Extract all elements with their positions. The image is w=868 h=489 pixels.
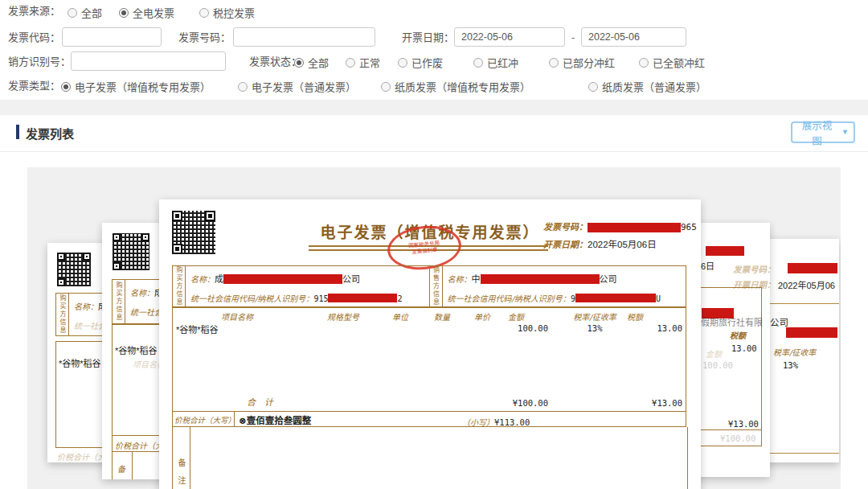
radio-circle-icon[interactable] (346, 58, 355, 68)
taxid-label: 统一社会信用代码/纳税人识别号： (190, 294, 313, 303)
invoice-number-label-ghost: 发票号码： (733, 263, 776, 275)
radio-source-fully-digital[interactable]: 全电发票 (119, 5, 174, 20)
name-label: 名称： (74, 302, 98, 311)
radio-circle-icon[interactable] (68, 8, 77, 18)
name-label: 名称： (190, 275, 215, 284)
radio-label: 电子发票（增值税专用发票） (75, 79, 211, 94)
sum-label-fragment: 价税合计（大 (115, 439, 163, 451)
col-header-tax: 税额 (599, 310, 671, 323)
radio-status-all[interactable]: 全部 (294, 55, 329, 70)
radio-type-e-special[interactable]: 电子发票（增值税专用发票） (61, 79, 211, 94)
sum-row: 价税合计（大写） ⊗壹佰壹拾叁圆整 （小写）¥113.00 (172, 412, 686, 427)
radio-label: 已作废 (411, 55, 443, 70)
remark-label: 备注 (173, 427, 190, 489)
radio-circle-selected-icon[interactable] (61, 82, 71, 92)
redaction-block (706, 246, 744, 256)
total-label: 合 计 (247, 395, 273, 408)
radio-circle-icon[interactable] (639, 58, 649, 68)
radio-label: 电子发票（普通发票） (252, 79, 356, 94)
name-label: 名称： (448, 275, 472, 284)
radio-circle-selected-icon[interactable] (119, 8, 129, 18)
item-amount: 100.00 (479, 323, 548, 333)
rate-value: 13% (783, 360, 798, 370)
radio-status-fully-red[interactable]: 已全额冲红 (639, 55, 705, 70)
radio-status-red-flushed[interactable]: 已红冲 (473, 55, 518, 70)
company-name-fragment: 公司 (770, 315, 788, 328)
radio-status-normal[interactable]: 正常 (346, 55, 380, 70)
page-title: 发票列表 (26, 125, 74, 142)
date-range-separator: - (571, 31, 575, 43)
list-section-header: 发票列表 展示视图 ▼ (0, 115, 868, 152)
radio-circle-icon[interactable] (398, 58, 407, 68)
filter-form: 发票来源： 全部 全电发票 税控发票 发票代码： 发票号码： 开票日期： - 销… (0, 0, 868, 100)
radio-status-voided[interactable]: 已作废 (398, 55, 443, 70)
radio-type-e-general[interactable]: 电子发票（普通发票） (238, 79, 356, 94)
radio-source-tax-controlled[interactable]: 税控发票 (199, 5, 255, 20)
redaction-block (223, 274, 342, 284)
seller-name-head: 中 (472, 274, 481, 284)
seller-taxid-tail: U (656, 294, 661, 303)
amount-value-ghost: 100.00 (702, 360, 733, 370)
issue-date-fragment: 6日 (701, 259, 714, 272)
tax-column-header: 税额 (730, 329, 746, 341)
buyer-party-label: 购买方信息 (173, 266, 186, 306)
invoice-number-label: 发票号码： (178, 32, 231, 43)
invoice-code-input[interactable] (62, 27, 162, 47)
total-amount: ¥100.00 (479, 398, 548, 408)
buyer-info: 名称：成公司 统一社会信用代码/纳税人识别号：9152 (186, 266, 429, 306)
radio-type-paper-special[interactable]: 纸质发票（增值税专用发票） (381, 79, 530, 94)
display-view-dropdown[interactable]: 展示视图 ▼ (791, 121, 855, 143)
radio-circle-icon[interactable] (549, 58, 559, 68)
radio-circle-icon[interactable] (381, 82, 391, 92)
item-name: *谷物*稻谷 (115, 343, 158, 356)
invoice-code-label: 发票代码： (8, 32, 60, 43)
radio-circle-selected-icon[interactable] (294, 58, 304, 68)
col-header-spec: 规格型号 (303, 310, 383, 323)
issue-date-label: 开票日期： (543, 240, 588, 250)
redaction-block (575, 294, 656, 302)
party-info-box: 购买方信息 名称：成公司 统一社会信用代码/纳税人识别号：9152 销售方信息 … (172, 265, 686, 307)
redaction-block (481, 274, 600, 284)
seller-id-input[interactable] (71, 51, 226, 71)
invoice-number-input[interactable] (233, 27, 375, 47)
redaction-block (328, 294, 397, 302)
radio-label: 已部分冲红 (563, 55, 615, 70)
date-to-input[interactable] (581, 27, 686, 47)
buyer-name-tail: 公司 (342, 274, 360, 284)
radio-circle-icon[interactable] (199, 8, 209, 18)
radio-circle-icon[interactable] (588, 82, 598, 92)
col-header-name: 项目名称 (197, 310, 277, 323)
remark-fragment: 备 (117, 462, 125, 475)
radio-label: 纸质发票（普通发票） (602, 79, 706, 94)
seller-id-label: 销方识别号： (8, 56, 71, 68)
invoice-number-label: 发票号码： (543, 222, 588, 232)
taxid-label-fragment: 统一社会 (130, 308, 162, 317)
radio-label: 正常 (359, 55, 380, 70)
remark-box: 备注 (172, 427, 688, 489)
taxid-label-fragment: 统一社会 (74, 322, 106, 331)
radio-circle-icon[interactable] (238, 82, 248, 92)
radio-label: 全部 (308, 55, 329, 70)
radio-label: 纸质发票（增值税专用发票） (395, 79, 530, 94)
small-label: （小写） (462, 418, 494, 427)
redaction-block (786, 327, 837, 338)
radio-status-partially-red[interactable]: 已部分冲红 (549, 55, 615, 70)
date-from-input[interactable] (454, 27, 565, 47)
radio-label: 已红冲 (487, 55, 518, 70)
col-header-unit: 单位 (376, 310, 424, 323)
item-name: *谷物*稻谷 (176, 323, 219, 335)
total-tax-value: ¥13.00 (728, 419, 759, 429)
radio-type-paper-general[interactable]: 纸质发票（普通发票） (588, 79, 706, 94)
radio-circle-icon[interactable] (473, 58, 483, 68)
chevron-down-icon: ▼ (841, 129, 849, 136)
invoice-number-line: 发票号码：965 (543, 220, 697, 232)
issue-date-value: 2022年05月06 (778, 278, 835, 291)
invoice-carousel: 购买方信息 名称：成都进出口 统一社会 *谷物*稻谷 价税合计（大写） 购买方信… (27, 167, 841, 489)
rate-column-header: 税率/征收率 (773, 346, 816, 358)
issue-date-line: 开票日期：2022年05月06日 (543, 237, 657, 250)
radio-source-all[interactable]: 全部 (68, 5, 102, 20)
buyer-party-label: 购买方信息 (113, 280, 125, 323)
invoice-number-tail: 965 (681, 222, 697, 232)
company-name-ghost: 假期旅行社有限 (701, 315, 763, 328)
invoice-card-front[interactable]: 电子发票（增值税专用发票） 国家税务总局 发票监制章 发票号码：965 开票日期… (159, 199, 701, 489)
